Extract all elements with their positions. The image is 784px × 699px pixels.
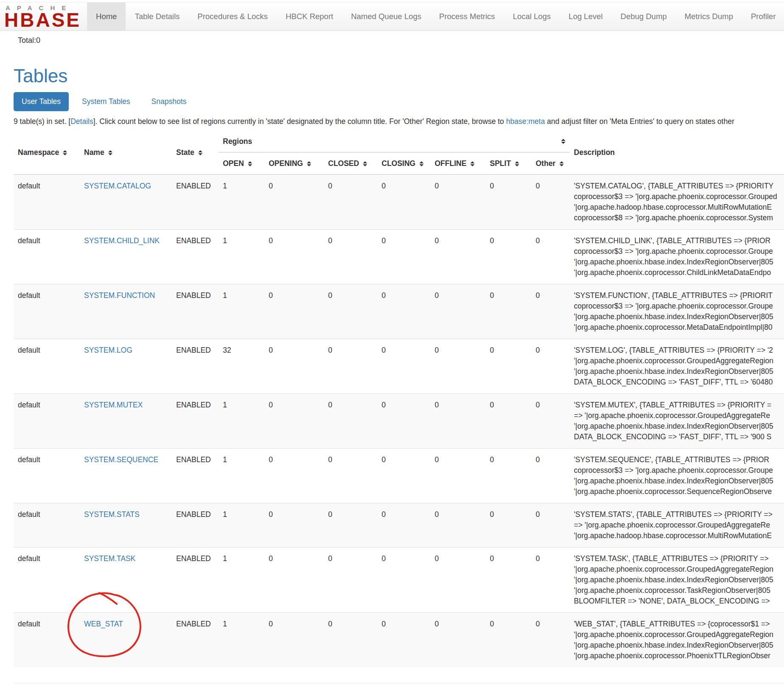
open-count[interactable]: 1 [219,284,264,339]
split-count[interactable]: 0 [486,339,531,394]
header-state[interactable]: State [172,131,219,174]
table-name-link[interactable]: SYSTEM.CATALOG [84,182,151,190]
closed-count[interactable]: 0 [324,339,377,394]
header-other[interactable]: Other [531,152,570,174]
header-namespace[interactable]: Namespace [14,131,80,174]
split-count[interactable]: 0 [486,613,531,668]
offline-count[interactable]: 0 [430,339,486,394]
split-count[interactable]: 0 [486,230,531,284]
table-name-link[interactable]: SYSTEM.SEQUENCE [84,455,158,464]
tab-user-tables[interactable]: User Tables [14,92,69,111]
open-count[interactable]: 1 [219,613,264,668]
offline-count[interactable]: 0 [430,613,486,668]
opening-count[interactable]: 0 [264,284,324,339]
closed-count[interactable]: 0 [324,547,377,613]
details-link[interactable]: Details [70,117,93,126]
opening-count[interactable]: 0 [264,394,324,449]
nav-item-table-details[interactable]: Table Details [126,3,188,31]
closed-count[interactable]: 0 [324,613,377,668]
sort-icon[interactable] [307,161,311,166]
sort-icon[interactable] [63,150,67,155]
open-count[interactable]: 1 [219,174,264,230]
split-count[interactable]: 0 [486,174,531,230]
sort-icon[interactable] [248,161,252,166]
closed-count[interactable]: 0 [324,449,377,503]
other-count[interactable]: 0 [531,339,570,394]
closed-count[interactable]: 0 [324,230,377,284]
header-closing[interactable]: CLOSING [377,152,430,174]
closing-count[interactable]: 0 [377,503,430,547]
sort-icon[interactable] [559,161,564,166]
nav-item-debug-dump[interactable]: Debug Dump [612,3,676,31]
table-name-link[interactable]: SYSTEM.MUTEX [84,401,143,409]
opening-count[interactable]: 0 [264,230,324,284]
other-count[interactable]: 0 [531,174,570,230]
opening-count[interactable]: 0 [264,503,324,547]
split-count[interactable]: 0 [486,547,531,613]
opening-count[interactable]: 0 [264,339,324,394]
open-count[interactable]: 1 [219,449,264,503]
open-count[interactable]: 1 [219,230,264,284]
nav-item-home[interactable]: Home [87,3,126,31]
nav-item-profiler[interactable]: Profiler [742,3,784,31]
offline-count[interactable]: 0 [430,284,486,339]
sort-icon[interactable] [419,161,424,166]
open-count[interactable]: 1 [219,503,264,547]
sort-icon[interactable] [470,161,475,166]
table-name-link[interactable]: SYSTEM.STATS [84,510,140,519]
nav-item-local-logs[interactable]: Local Logs [504,3,559,31]
closing-count[interactable]: 0 [377,230,430,284]
header-opening[interactable]: OPENING [264,152,324,174]
table-name-link[interactable]: SYSTEM.FUNCTION [84,291,155,300]
table-name-link[interactable]: SYSTEM.LOG [84,346,132,354]
other-count[interactable]: 0 [531,284,570,339]
split-count[interactable]: 0 [486,503,531,547]
header-name[interactable]: Name [80,131,172,174]
offline-count[interactable]: 0 [430,174,486,230]
other-count[interactable]: 0 [531,449,570,503]
table-name-link[interactable]: WEB_STAT [84,620,123,628]
sort-icon[interactable] [515,161,519,166]
closing-count[interactable]: 0 [377,284,430,339]
opening-count[interactable]: 0 [264,613,324,668]
closed-count[interactable]: 0 [324,174,377,230]
tab-system-tables[interactable]: System Tables [74,92,138,111]
header-closed[interactable]: CLOSED [324,152,377,174]
tab-snapshots[interactable]: Snapshots [143,92,195,111]
offline-count[interactable]: 0 [430,503,486,547]
opening-count[interactable]: 0 [264,174,324,230]
nav-item-named-queue-logs[interactable]: Named Queue Logs [342,3,430,31]
closing-count[interactable]: 0 [377,547,430,613]
other-count[interactable]: 0 [531,230,570,284]
table-name-link[interactable]: SYSTEM.TASK [84,554,135,563]
closing-count[interactable]: 0 [377,174,430,230]
other-count[interactable]: 0 [531,503,570,547]
opening-count[interactable]: 0 [264,547,324,613]
header-offline[interactable]: OFFLINE [430,152,486,174]
other-count[interactable]: 0 [531,394,570,449]
opening-count[interactable]: 0 [264,449,324,503]
table-name-link[interactable]: SYSTEM.CHILD_LINK [84,236,160,245]
nav-item-metrics-dump[interactable]: Metrics Dump [676,3,742,31]
hbase-logo[interactable]: APACHE HBASE [0,3,87,31]
header-regions-group[interactable]: Regions [219,131,570,152]
sort-icon[interactable] [198,150,202,155]
closing-count[interactable]: 0 [377,613,430,668]
offline-count[interactable]: 0 [430,230,486,284]
other-count[interactable]: 0 [531,613,570,668]
closing-count[interactable]: 0 [377,449,430,503]
split-count[interactable]: 0 [486,394,531,449]
closed-count[interactable]: 0 [324,284,377,339]
offline-count[interactable]: 0 [430,449,486,503]
open-count[interactable]: 1 [219,547,264,613]
sort-icon[interactable] [108,150,112,155]
other-count[interactable]: 0 [531,547,570,613]
hbase-meta-link[interactable]: hbase:meta [506,117,545,126]
header-split[interactable]: SPLIT [486,152,531,174]
sort-icon[interactable] [363,161,367,166]
closing-count[interactable]: 0 [377,339,430,394]
closing-count[interactable]: 0 [377,394,430,449]
split-count[interactable]: 0 [486,449,531,503]
split-count[interactable]: 0 [486,284,531,339]
closed-count[interactable]: 0 [324,394,377,449]
